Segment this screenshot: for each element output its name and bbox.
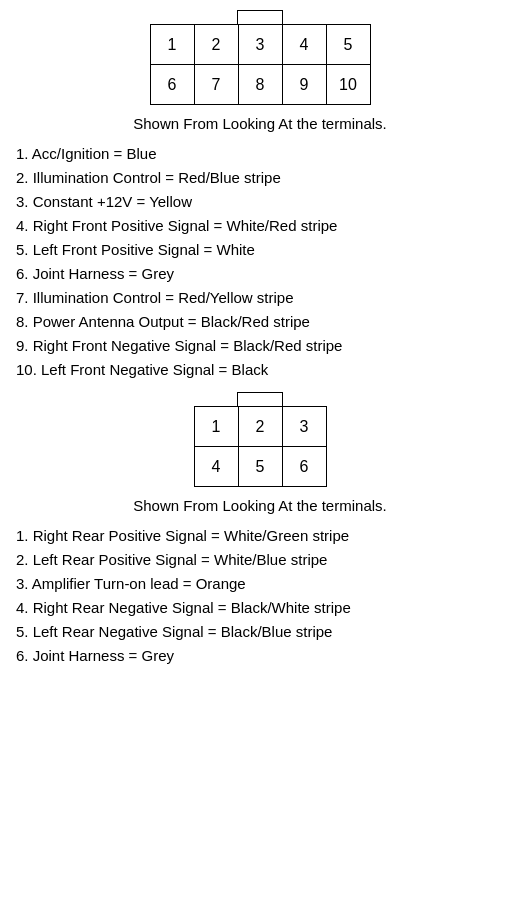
list-item: 10. Left Front Negative Signal = Black <box>16 358 510 382</box>
list-item: 7. Illumination Control = Red/Yellow str… <box>16 286 510 310</box>
list-item: 6. Joint Harness = Grey <box>16 644 510 668</box>
list-item: 1. Right Rear Positive Signal = White/Gr… <box>16 524 510 548</box>
section-1: 1 2 3 4 5 6 7 8 9 10 Shown From Looking … <box>10 10 510 382</box>
list-item: 1. Acc/Ignition = Blue <box>16 142 510 166</box>
pin-cell: 5 <box>326 25 370 65</box>
pin-cell: 5 <box>238 447 282 487</box>
list-item: 5. Left Rear Negative Signal = Black/Blu… <box>16 620 510 644</box>
pin-cell: 1 <box>194 407 238 447</box>
pin-cell: 1 <box>150 25 194 65</box>
pin-cell: 6 <box>150 65 194 105</box>
list-item: 8. Power Antenna Output = Black/Red stri… <box>16 310 510 334</box>
connector-diagram-1: 1 2 3 4 5 6 7 8 9 10 <box>10 10 510 105</box>
list-item: 2. Illumination Control = Red/Blue strip… <box>16 166 510 190</box>
section-2: 1 2 3 4 5 6 Shown From Looking At the te… <box>10 392 510 668</box>
connector-top-tab-1 <box>237 10 283 24</box>
list-item: 9. Right Front Negative Signal = Black/R… <box>16 334 510 358</box>
pin-cell: 4 <box>194 447 238 487</box>
pin-cell: 2 <box>238 407 282 447</box>
pin-cell: 2 <box>194 25 238 65</box>
section-2-caption: Shown From Looking At the terminals. <box>10 495 510 516</box>
pin-cell: 6 <box>282 447 326 487</box>
connector-table-1: 1 2 3 4 5 6 7 8 9 10 <box>150 24 371 105</box>
pin-cell: 10 <box>326 65 370 105</box>
section-1-pin-list: 1. Acc/Ignition = Blue 2. Illumination C… <box>10 142 510 382</box>
list-item: 5. Left Front Positive Signal = White <box>16 238 510 262</box>
list-item: 4. Right Rear Negative Signal = Black/Wh… <box>16 596 510 620</box>
section-1-caption: Shown From Looking At the terminals. <box>10 113 510 134</box>
section-2-pin-list: 1. Right Rear Positive Signal = White/Gr… <box>10 524 510 668</box>
connector-diagram-2: 1 2 3 4 5 6 <box>10 392 510 487</box>
list-item: 3. Amplifier Turn-on lead = Orange <box>16 572 510 596</box>
pin-cell: 3 <box>282 407 326 447</box>
connector-top-tab-2 <box>237 392 283 406</box>
pin-cell: 7 <box>194 65 238 105</box>
list-item: 3. Constant +12V = Yellow <box>16 190 510 214</box>
connector-table-2: 1 2 3 4 5 6 <box>194 406 327 487</box>
list-item: 6. Joint Harness = Grey <box>16 262 510 286</box>
pin-cell: 4 <box>282 25 326 65</box>
pin-cell: 3 <box>238 25 282 65</box>
pin-cell: 9 <box>282 65 326 105</box>
list-item: 4. Right Front Positive Signal = White/R… <box>16 214 510 238</box>
list-item: 2. Left Rear Positive Signal = White/Blu… <box>16 548 510 572</box>
pin-cell: 8 <box>238 65 282 105</box>
